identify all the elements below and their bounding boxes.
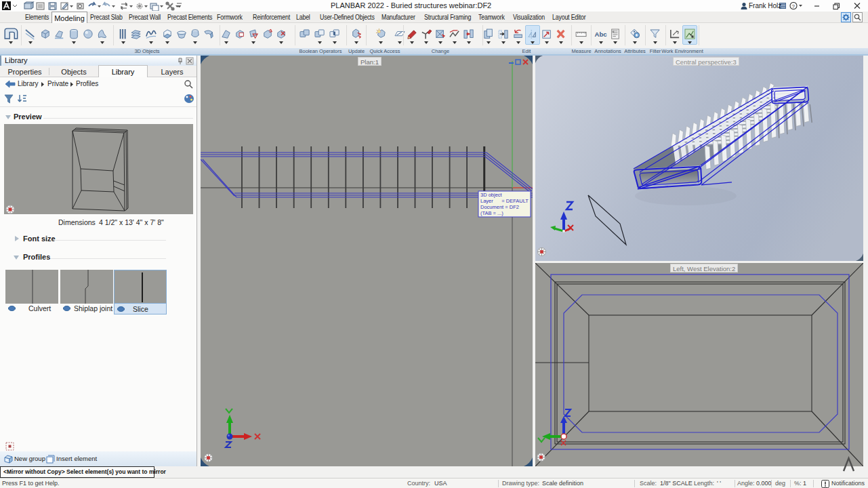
svg-text:Layer = DEFAULT: Layer = DEFAULT [480,198,529,204]
svg-text:3D object: 3D object [480,192,503,198]
svg-text:Abc: Abc [594,30,607,38]
svg-text:(TAB = ...): (TAB = ...) [480,210,503,216]
svg-text:?: ? [792,3,795,9]
svg-text:Document = DF2: Document = DF2 [480,204,519,210]
